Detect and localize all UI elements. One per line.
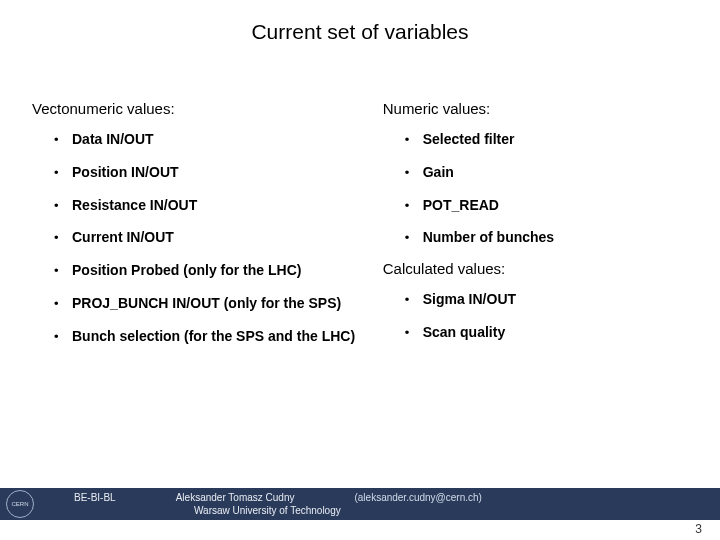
- list-item: Number of bunches: [405, 221, 700, 254]
- page-number: 3: [695, 522, 702, 536]
- slide-title: Current set of variables: [0, 20, 720, 44]
- list-item: PROJ_BUNCH IN/OUT (only for the SPS): [54, 287, 383, 320]
- list-item: Scan quality: [405, 316, 700, 349]
- cern-logo-icon: CERN: [6, 490, 34, 518]
- right-list-calculated: Sigma IN/OUT Scan quality: [383, 283, 700, 349]
- list-item: Current IN/OUT: [54, 221, 383, 254]
- footer-bar: CERN BE-BI-BL Aleksander Tomasz Cudny (a…: [0, 488, 720, 520]
- footer-dept: BE-BI-BL: [74, 492, 116, 503]
- right-column: Numeric values: Selected filter Gain POT…: [383, 100, 700, 353]
- left-heading: Vectonumeric values:: [32, 100, 383, 117]
- list-item: Bunch selection (for the SPS and the LHC…: [54, 320, 383, 353]
- list-item: Position IN/OUT: [54, 156, 383, 189]
- list-item: Resistance IN/OUT: [54, 189, 383, 222]
- slide: Current set of variables Vectonumeric va…: [0, 0, 720, 540]
- content-area: Vectonumeric values: Data IN/OUT Positio…: [32, 100, 700, 353]
- right-heading-numeric: Numeric values:: [383, 100, 700, 117]
- list-item: Sigma IN/OUT: [405, 283, 700, 316]
- list-item: Selected filter: [405, 123, 700, 156]
- list-item: POT_READ: [405, 189, 700, 222]
- footer-author: Aleksander Tomasz Cudny: [176, 492, 295, 503]
- list-item: Data IN/OUT: [54, 123, 383, 156]
- left-column: Vectonumeric values: Data IN/OUT Positio…: [32, 100, 383, 353]
- footer-row-top: BE-BI-BL Aleksander Tomasz Cudny (aleksa…: [74, 492, 712, 503]
- left-list: Data IN/OUT Position IN/OUT Resistance I…: [32, 123, 383, 353]
- right-list-numeric: Selected filter Gain POT_READ Number of …: [383, 123, 700, 254]
- right-heading-calculated: Calculated values:: [383, 260, 700, 277]
- list-item: Position Probed (only for the LHC): [54, 254, 383, 287]
- footer-affiliation: Warsaw University of Technology: [74, 505, 712, 516]
- footer-text: BE-BI-BL Aleksander Tomasz Cudny (aleksa…: [74, 492, 712, 516]
- footer-email: (aleksander.cudny@cern.ch): [354, 492, 481, 503]
- list-item: Gain: [405, 156, 700, 189]
